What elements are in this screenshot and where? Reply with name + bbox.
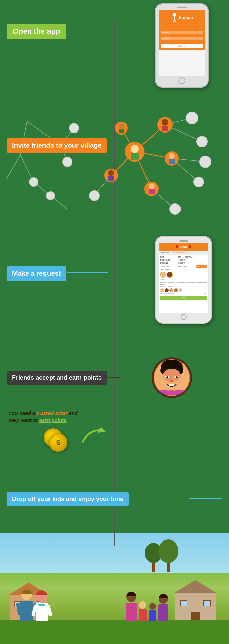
dropoff-btn: DROP OFF [196,265,207,268]
phone-screen-2: komae DASHBOARD OPEN REQUESTS DATE MP 14… [159,243,208,313]
adult-dark-hair [126,592,136,596]
phone-2: komae DASHBOARD OPEN REQUESTS DATE MP 14… [155,236,212,324]
child-2-body [149,610,156,621]
people-group-2 [126,592,168,621]
form-row-location: LOCATION MY PLACE DROP OFF [160,265,207,268]
people-group-1 [20,589,48,621]
komae-logo-icon [171,13,179,22]
villager-4 [174,288,178,292]
form-row-timestart: TIME START 4:00 PM [160,259,207,261]
tree-2 [158,539,178,572]
timeend-label: TIME END [160,262,178,264]
phone-speaker [177,7,187,8]
location-label: LOCATION [160,265,178,267]
svg-line-3 [173,20,175,22]
svg-point-60 [176,376,178,378]
svg-rect-46 [149,189,155,194]
svg-point-39 [162,119,168,126]
points-label: CALCULATED POINTS [160,293,174,295]
submit-button[interactable]: Submit [160,296,207,300]
connector-line-3 [67,272,108,273]
svg-point-24 [186,112,198,124]
signin-button[interactable]: Sign In [161,44,203,48]
section-open-app: Open the app komae [0,0,229,94]
timeend-value: 9:30 PM [178,262,207,264]
villager-2 [165,288,169,292]
coin-group: $ $ [44,428,62,447]
notes-label: NOTES: [160,279,207,281]
invite-label: Invite friends to your village [7,138,107,153]
svg-point-34 [46,192,55,200]
villager-1 [160,288,164,292]
request-label: Make a request [7,266,66,281]
phone2-form: DATE MP 14 | 9:00AM ⊕ TIME START 4:00 PM… [159,255,208,301]
avatar-orange-ring [154,359,190,396]
phone-home-button[interactable] [178,77,185,84]
villager-3 [169,288,173,292]
adult-dark-head [126,592,136,602]
trusted-post: and [67,410,78,416]
svg-point-59 [166,376,168,378]
date-value: MP 14 | 9:00AM ⊕ [178,256,207,258]
friend-avatar [152,357,189,394]
tab-open-requests: OPEN REQUESTS [172,251,187,254]
svg-rect-62 [169,384,174,386]
section-family-illustration [0,533,229,644]
tab-dashboard: DASHBOARD [160,251,171,254]
house-right [175,593,216,624]
timestart-value: 4:00 PM [178,259,207,261]
date-label: DATE [160,256,178,258]
svg-rect-37 [131,153,139,160]
dropoff-label: Drop off your kids and enjoy your time [7,492,129,506]
submit-label: Submit [181,297,187,299]
svg-point-27 [194,177,204,187]
phone2-speaker [179,240,188,242]
adult-2-body [158,604,168,621]
man-head [21,589,32,600]
friend-face-svg [154,360,189,395]
phone-1: komae Username Password Sign In [155,3,209,88]
coin-2: $ [49,433,67,452]
form-row-timeend: TIME END 9:30 PM [160,262,207,264]
phone-outer-1: komae Username Password Sign In [155,3,209,88]
adult-dark-body [126,603,137,621]
svg-rect-43 [169,159,175,164]
section-request: Make a request komae DASHBOARD OPEN REQU… [0,223,229,337]
woman-body [36,603,48,621]
woman-head [36,590,47,602]
woman-hair [36,590,47,595]
svg-point-0 [173,13,176,17]
points-value: 35 ÷ [204,293,207,295]
house-right-body [175,593,216,624]
svg-point-25 [197,136,207,147]
phone2-app-name: komae [180,246,187,248]
accept-label: Friends accept and earn points [7,371,107,385]
adult-2-head [159,594,168,604]
child-avatar-1 [160,272,166,278]
earn-pre: they want to [8,417,39,423]
svg-point-30 [69,123,79,133]
arrow-area [79,425,106,447]
open-app-label: Open the app [7,24,66,39]
svg-point-51 [119,123,124,129]
green-arrow-svg [79,425,106,445]
children-label: CHILDREN: ☑ [160,269,178,271]
phone2-home-button[interactable] [181,314,187,320]
man-hair [21,589,32,594]
komae-logo-text: komae [179,15,193,20]
coin-symbol-2: $ [56,438,60,447]
earn-points-text: earn points [39,417,67,423]
network-visualization [0,94,229,223]
menu-icon [176,245,178,248]
woman-arm-right [46,604,53,616]
phone-header: komae [159,10,205,25]
child-avatar-2 [167,272,173,278]
phone-screen-1: komae Username Password Sign In [159,10,205,76]
villager-more: ▶ [179,288,182,292]
phone2-header: komae [159,243,208,251]
adult-2-figure [158,594,168,621]
trusted-line-2: they want to earn points [8,417,78,423]
woman-figure [36,590,48,621]
svg-point-42 [169,153,175,159]
villager-avatars: ▶ [160,288,207,292]
